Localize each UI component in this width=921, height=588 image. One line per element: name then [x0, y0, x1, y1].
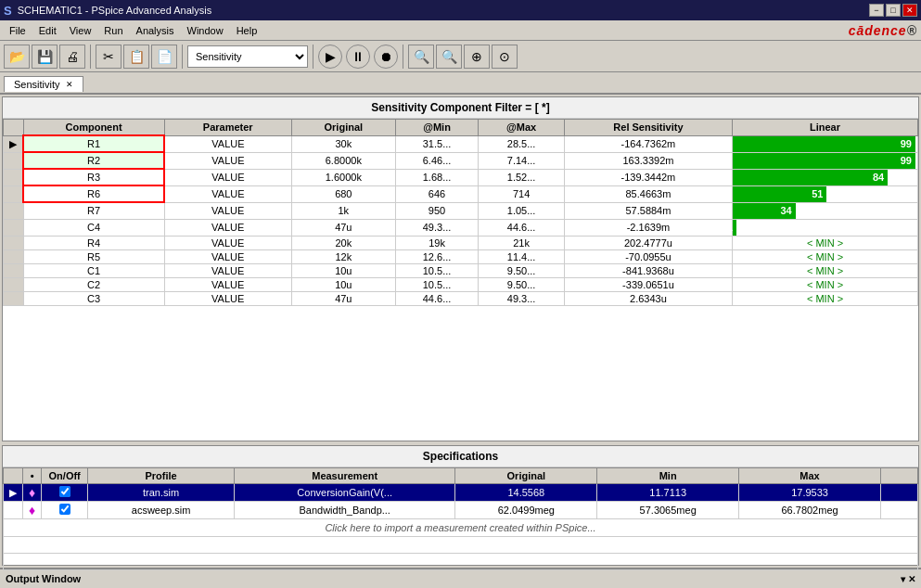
atmin-val: 6.46... — [395, 152, 478, 169]
maximize-button[interactable]: □ — [886, 4, 901, 17]
relsens-val: 2.6343u — [564, 291, 732, 305]
menu-view[interactable]: View — [64, 23, 97, 38]
spec-table-scroll[interactable]: • On/Off Profile Measurement Original Mi… — [3, 467, 918, 570]
original-val: 1.6000k — [291, 169, 395, 185]
table-row[interactable]: R6 VALUE 680 646 714 85.4663m 51 — [4, 185, 918, 202]
atmin-val: 19k — [395, 236, 478, 249]
menu-window[interactable]: Window — [182, 23, 229, 38]
probe-icon: ♦ — [29, 503, 35, 518]
linear-val: < MIN > — [733, 263, 918, 277]
sensitivity-table: Component Parameter Original @Min @Max R… — [3, 119, 918, 306]
original-val: 680 — [291, 185, 395, 202]
zoom-fit-button[interactable]: ⊕ — [464, 45, 490, 69]
separator-4 — [403, 45, 403, 69]
table-row[interactable]: C3 VALUE 47u 44.6... 49.3... 2.6343u < M… — [4, 291, 918, 305]
atmin-val: 950 — [395, 202, 478, 219]
relsens-val: 202.4777u — [564, 236, 732, 249]
row-indicator: ▶ — [4, 135, 24, 152]
component-name: C1 — [23, 263, 164, 277]
separator-3 — [313, 45, 313, 69]
import-text[interactable]: Click here to import a measurement creat… — [4, 519, 918, 537]
zoom-out-button[interactable]: 🔍 — [436, 45, 462, 69]
onoff-checkbox[interactable] — [59, 504, 70, 515]
row-indicator — [4, 263, 24, 277]
spec-section: Specifications • On/Off Profile Measurem… — [2, 445, 919, 566]
profile-col: acsweep.sim — [88, 502, 235, 519]
table-row[interactable]: R7 VALUE 1k 950 1.05... 57.5884m 34 — [4, 202, 918, 219]
component-name: R6 — [23, 185, 164, 202]
atmin-val: 10.5... — [395, 263, 478, 277]
atmin-val: 31.5... — [395, 135, 478, 152]
paste-button[interactable]: 📄 — [151, 45, 177, 69]
tab-close-icon[interactable]: ✕ — [66, 80, 73, 89]
table-row[interactable]: ▶ R1 VALUE 30k 31.5... 28.5... -164.7362… — [4, 135, 918, 152]
row-indicator — [4, 236, 24, 249]
table-row[interactable]: R5 VALUE 12k 12.6... 11.4... -70.0955u <… — [4, 249, 918, 263]
atmin-val: 44.6... — [395, 291, 478, 305]
menu-help[interactable]: Help — [231, 23, 263, 38]
onoff-checkbox[interactable] — [59, 486, 70, 497]
atmax-val: 28.5... — [479, 135, 565, 152]
cadence-logo: cādence® — [849, 23, 917, 38]
separator-1 — [90, 45, 91, 69]
parameter-val: VALUE — [164, 152, 291, 169]
col-parameter: Parameter — [164, 120, 291, 136]
table-row[interactable]: C2 VALUE 10u 10.5... 9.50... -339.0651u … — [4, 277, 918, 291]
minimize-button[interactable]: − — [869, 4, 884, 17]
spec-row[interactable]: ▶ ♦ tran.sim ConversionGain(V(... 14.556… — [4, 484, 918, 502]
parameter-val: VALUE — [164, 277, 291, 291]
play-button[interactable]: ▶ — [318, 45, 342, 69]
spec-col-bullet: • — [23, 468, 42, 484]
original-val: 6.8000k — [291, 152, 395, 169]
spec-col-max: Max — [739, 468, 881, 484]
pause-button[interactable]: ⏸ — [346, 45, 370, 69]
table-row[interactable]: R3 VALUE 1.6000k 1.68... 1.52... -139.34… — [4, 169, 918, 185]
print-button[interactable]: 🖨 — [59, 45, 85, 69]
table-row[interactable]: C1 VALUE 10u 10.5... 9.50... -841.9368u … — [4, 263, 918, 277]
spec-row[interactable]: ♦ acsweep.sim Bandwidth_Bandp... 62.0499… — [4, 502, 918, 519]
col-atmin: @Min — [395, 120, 478, 136]
zoom-reset-button[interactable]: ⊙ — [492, 45, 518, 69]
output-window-pin[interactable]: ▾ ✕ — [901, 574, 915, 584]
original-col: 62.0499meg — [455, 502, 597, 519]
table-row[interactable]: R4 VALUE 20k 19k 21k 202.4777u < MIN > — [4, 236, 918, 249]
spec-col-measurement: Measurement — [234, 468, 454, 484]
onoff-col[interactable] — [42, 502, 88, 519]
main-content: Sensitivity Component Filter = [ *] Comp… — [0, 95, 921, 568]
relsens-val: -339.0651u — [564, 277, 732, 291]
import-row[interactable]: Click here to import a measurement creat… — [4, 519, 918, 537]
atmin-val: 12.6... — [395, 249, 478, 263]
measurement-col: ConversionGain(V(... — [234, 484, 454, 502]
component-name: C4 — [23, 219, 164, 236]
row-arrow — [4, 502, 23, 519]
spec-col-arrow — [4, 468, 23, 484]
menu-file[interactable]: File — [4, 23, 32, 38]
atmax-val: 49.3... — [479, 291, 565, 305]
onoff-col[interactable] — [42, 484, 88, 502]
sensitivity-table-scroll[interactable]: Component Parameter Original @Min @Max R… — [3, 119, 918, 441]
component-name: C3 — [23, 291, 164, 305]
table-row[interactable]: C4 VALUE 47u 49.3... 44.6... -2.1639m 1 — [4, 219, 918, 236]
menu-analysis[interactable]: Analysis — [131, 23, 180, 38]
col-relsens: Rel Sensitivity — [564, 120, 732, 136]
component-name: R5 — [23, 249, 164, 263]
close-button[interactable]: ✕ — [902, 4, 917, 17]
atmax-val: 44.6... — [479, 219, 565, 236]
component-name: R1 — [23, 135, 164, 152]
stop-button[interactable]: ⏺ — [374, 45, 398, 69]
zoom-in-button[interactable]: 🔍 — [408, 45, 434, 69]
table-row[interactable]: R2 VALUE 6.8000k 6.46... 7.14... 163.339… — [4, 152, 918, 169]
original-val: 47u — [291, 291, 395, 305]
linear-bar-cell: 51 — [733, 185, 918, 202]
menu-run[interactable]: Run — [98, 23, 128, 38]
menu-edit[interactable]: Edit — [33, 23, 62, 38]
cut-button[interactable]: ✂ — [96, 45, 122, 69]
title-bar: S SCHEMATIC1 - PSpice Advanced Analysis … — [0, 0, 921, 20]
copy-button[interactable]: 📋 — [123, 45, 149, 69]
analysis-select[interactable]: Sensitivity Optimizer Monte Carlo Smoke — [187, 45, 308, 68]
toolbar: 📂 💾 🖨 ✂ 📋 📄 Sensitivity Optimizer Monte … — [0, 41, 921, 72]
original-col: 14.5568 — [455, 484, 597, 502]
save-button[interactable]: 💾 — [32, 45, 58, 69]
open-button[interactable]: 📂 — [4, 45, 30, 69]
tab-sensitivity[interactable]: Sensitivity ✕ — [4, 76, 83, 92]
